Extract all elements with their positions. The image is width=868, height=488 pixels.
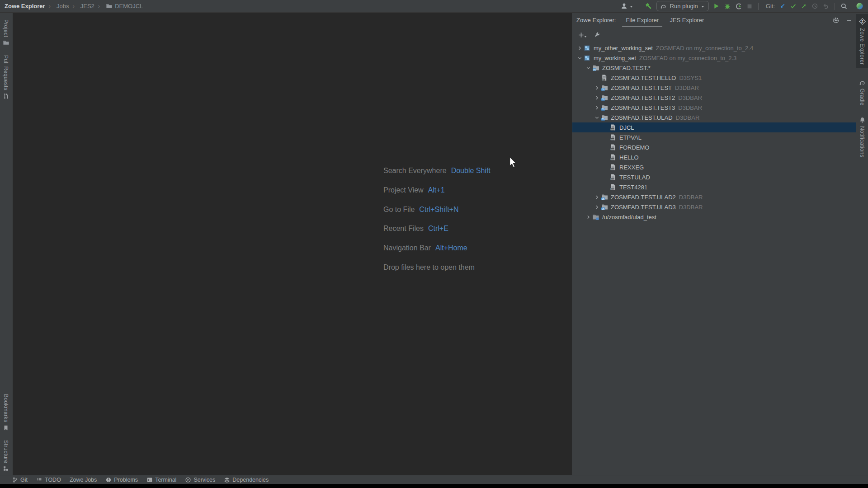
tool-stripe-button[interactable]: Gradle — [859, 79, 866, 106]
ds-folder-icon: DS — [601, 104, 609, 111]
expand-chevron-icon[interactable] — [593, 204, 601, 210]
svg-text:DS: DS — [602, 118, 604, 121]
tree-row[interactable]: DS ZOSMFAD.TEST.TEST D3DBAR — [572, 83, 856, 93]
tool-window-button[interactable]: Dependencies — [224, 477, 269, 483]
breadcrumb-item[interactable]: DEMOJCL — [94, 3, 143, 9]
toolbar-item[interactable]: Run plugin — [656, 1, 709, 11]
toolbar-item[interactable] — [645, 2, 652, 10]
toolbar-item[interactable] — [835, 3, 835, 10]
tool-window-button[interactable]: TODO — [36, 477, 61, 483]
tool-stripe-button[interactable]: Notifications — [859, 117, 866, 157]
folder-icon — [106, 3, 113, 9]
services-icon — [185, 477, 191, 483]
tree-node-label: ETPVAL — [619, 134, 642, 141]
tool-stripe-button[interactable]: Project — [3, 19, 9, 46]
breadcrumb-item[interactable]: JES2 — [69, 3, 94, 9]
hint-label: Search Everywhere — [383, 167, 447, 175]
tree-row[interactable]: DS ZOSMFAD.TEST.TEST3 D3DBAR — [572, 103, 856, 113]
tree-row[interactable]: /u/zosmfad/ulad_test — [572, 212, 856, 222]
terminal-icon — [146, 477, 153, 483]
tree-row[interactable]: DS ZOSMFAD.TEST.TEST2 D3DBAR — [572, 93, 856, 103]
toolbar-item[interactable] — [840, 3, 848, 10]
tree-node-label: REXXEG — [619, 164, 644, 171]
svg-text:MEM: MEM — [610, 159, 614, 160]
svg-text:DS: DS — [602, 79, 605, 81]
toolbar-item[interactable] — [713, 3, 720, 9]
panel-tab[interactable]: JES Explorer — [670, 13, 704, 27]
panel-toolbar-button[interactable] — [594, 32, 600, 38]
user-icon — [620, 2, 628, 10]
editor-area[interactable]: Search EverywhereDouble Shift Project Vi… — [13, 13, 572, 475]
tree-row[interactable]: DS ZOSMFAD.TEST.* — [572, 63, 856, 73]
expand-chevron-icon[interactable] — [585, 214, 592, 220]
git-push-icon — [801, 3, 807, 9]
tree-row[interactable]: MEM DJCL — [572, 122, 856, 132]
breadcrumb-item[interactable]: Zowe Explorer — [5, 3, 45, 9]
hide-panel-icon[interactable] — [846, 17, 852, 23]
chevron-down-icon — [629, 4, 633, 9]
tool-window-button[interactable]: Terminal — [146, 477, 176, 483]
tree-row[interactable]: DS ZOSMFAD.TEST.HELLO D3SYS1 — [572, 73, 856, 83]
tool-stripe-button[interactable]: Pull Requests — [3, 55, 9, 99]
tree-row[interactable]: MEM HELLO — [572, 152, 856, 162]
toolbar-item[interactable] — [735, 3, 742, 10]
toolbar-item[interactable] — [811, 3, 818, 9]
uss-folder-icon — [592, 213, 600, 221]
tool-stripe-button[interactable]: Z Zowe Explorer — [856, 14, 868, 68]
panel-toolbar-button[interactable] — [578, 32, 587, 38]
svg-text:DS: DS — [602, 208, 604, 210]
toolbar-item[interactable] — [724, 3, 731, 10]
toolbar-item[interactable]: Git: — [766, 3, 775, 9]
expand-chevron-icon[interactable] — [585, 65, 592, 71]
hint-key: Alt+1 — [428, 186, 445, 194]
panel-header-icons — [832, 13, 852, 27]
toolbar-item[interactable] — [856, 2, 863, 10]
tool-window-button[interactable]: Git — [12, 477, 28, 483]
tool-window-button[interactable]: Zowe Jobs — [70, 477, 97, 483]
tree-row[interactable]: DS ZOSMFAD.TEST.ULAD2 D3DBAR — [572, 192, 856, 202]
gear-icon[interactable] — [832, 17, 840, 24]
expand-chevron-icon[interactable] — [593, 194, 601, 200]
toolbar-item[interactable] — [639, 3, 639, 10]
expand-chevron-icon[interactable] — [593, 105, 601, 111]
expand-chevron-icon[interactable] — [576, 45, 584, 51]
tree-row[interactable]: my_other_working_set ZOSMFAD on my_conne… — [572, 43, 856, 53]
chevron-down-icon — [701, 4, 705, 9]
tree-row[interactable]: DS ZOSMFAD.TEST.ULAD D3DBAR — [572, 113, 856, 122]
breadcrumb-label: DEMOJCL — [115, 3, 143, 9]
expand-chevron-icon[interactable] — [593, 85, 601, 91]
panel-tab[interactable]: File Explorer — [626, 13, 659, 27]
expand-chevron-icon[interactable] — [576, 55, 584, 61]
tool-window-button[interactable]: Problems — [105, 477, 138, 483]
tool-window-button[interactable]: Services — [185, 477, 215, 483]
hint-label: Navigation Bar — [383, 244, 431, 252]
toolbar-item[interactable] — [801, 3, 807, 9]
tree-node-description: ZOSMFAD on my_connection_to_2.3 — [639, 55, 736, 61]
tree-row[interactable]: MEM TEST4281 — [572, 182, 856, 192]
history-icon — [811, 3, 818, 9]
tree-node-description: D3DBAR — [678, 94, 702, 101]
working-set-icon — [584, 45, 592, 52]
toolbar-item[interactable] — [779, 3, 786, 9]
tool-stripe-button[interactable]: Bookmarks — [3, 394, 9, 431]
tree-row[interactable]: MEM FORDEMO — [572, 142, 856, 152]
tree-row[interactable]: MEM ETPVAL — [572, 132, 856, 142]
toolbar-item[interactable] — [822, 3, 829, 9]
tree-node-label: HELLO — [619, 154, 639, 161]
tree-node-label: ZOSMFAD.TEST.TEST2 — [611, 94, 675, 101]
toolbar-item[interactable] — [620, 2, 633, 10]
expand-chevron-icon[interactable] — [593, 95, 601, 101]
tree-row[interactable]: my_working_set ZOSMFAD on my_connection_… — [572, 53, 856, 63]
expand-chevron-icon[interactable] — [593, 115, 601, 121]
tool-stripe-button[interactable]: Structure — [3, 440, 9, 472]
toolbar-item[interactable] — [758, 3, 759, 10]
toolbar-item[interactable] — [746, 3, 753, 9]
svg-text:DS: DS — [602, 89, 604, 91]
toolbar-item[interactable] — [790, 3, 797, 9]
breadcrumb-item[interactable]: Jobs — [45, 3, 69, 9]
chevron-down-icon — [585, 34, 587, 38]
tree-row[interactable]: DS ZOSMFAD.TEST.ULAD3 D3DBAR — [572, 202, 856, 212]
tree-node-label: /u/zosmfad/ulad_test — [602, 214, 656, 221]
tree-row[interactable]: MEM TESTULAD — [572, 172, 856, 182]
tree-row[interactable]: MEM REXXEG — [572, 162, 856, 172]
